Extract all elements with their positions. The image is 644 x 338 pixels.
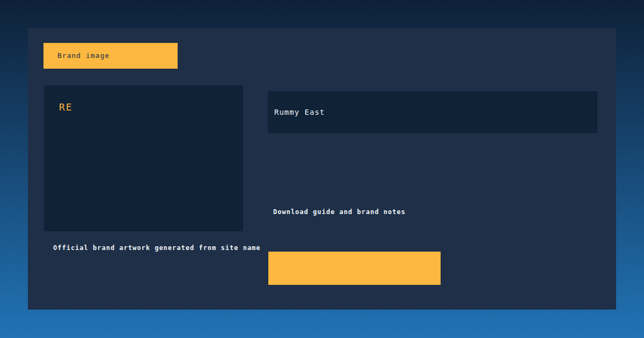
site-monogram: RE xyxy=(59,101,73,113)
main-panel: Brand image RE Official brand artwork ge… xyxy=(28,28,616,310)
site-title-bar: Rummy East xyxy=(268,91,597,133)
site-title: Rummy East xyxy=(268,108,325,116)
artwork-caption: Official brand artwork generated from si… xyxy=(53,244,261,252)
page-background: { "colors": { "bg_top": "#0e2038", "bg_b… xyxy=(0,0,644,338)
brand-artwork-card: RE xyxy=(44,85,243,231)
brand-image-badge: Brand image xyxy=(43,43,178,69)
download-note: Download guide and brand notes xyxy=(273,208,406,216)
download-button[interactable] xyxy=(268,252,441,285)
